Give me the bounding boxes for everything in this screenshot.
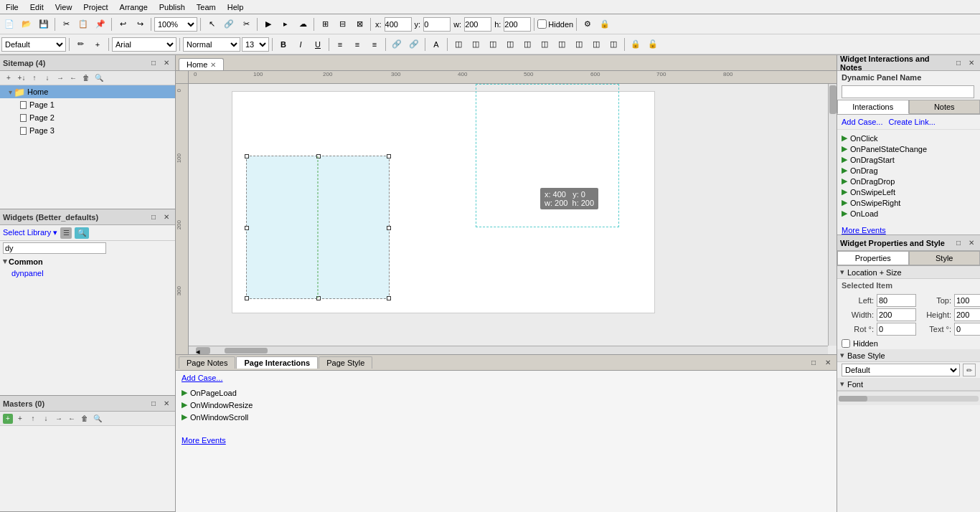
masters-indent-btn[interactable]: → [53, 413, 65, 425]
menu-project[interactable]: Project [77, 1, 113, 13]
interactions-maximize-btn[interactable]: □ [953, 57, 964, 69]
props-maximize-btn[interactable]: □ [953, 237, 964, 249]
event-onswipeleft[interactable]: ▶ OnSwipeLeft [842, 186, 976, 197]
zoom-select[interactable]: 100% 50%75%150%200% [154, 17, 197, 32]
select-library-btn[interactable]: Select Library ▾ [3, 228, 57, 237]
event-ondragstart[interactable]: ▶ OnDragStart [842, 154, 976, 165]
canvas-hscroll-arrow-left[interactable]: ◂ [196, 347, 210, 354]
sitemap-add-child-btn[interactable]: +↓ [16, 72, 27, 84]
add-case-link[interactable]: Add Case... [842, 118, 882, 126]
canvas-vscroll-thumb[interactable] [829, 85, 837, 114]
sitemap-close-btn[interactable]: ✕ [161, 57, 172, 69]
style-edit-btn[interactable]: ✏ [72, 37, 88, 52]
align2-btn[interactable]: ◫ [468, 37, 484, 52]
link-btn[interactable]: 🔗 [389, 37, 405, 52]
masters-search-btn[interactable]: 🔍 [92, 413, 103, 425]
widget-style-select[interactable]: Default [1, 37, 66, 52]
font-style-select[interactable]: Normal BoldItalicBold Italic [183, 37, 240, 52]
event-ondragdrop[interactable]: ▶ OnDragDrop [842, 176, 976, 186]
share-btn[interactable]: ☁ [295, 16, 311, 32]
copy-btn[interactable]: 📋 [75, 16, 91, 32]
align5-btn[interactable]: ◫ [519, 37, 535, 52]
event-onswiperight[interactable]: ▶ OnSwipeRight [842, 197, 976, 208]
align-center-btn[interactable]: ≡ [349, 37, 365, 52]
sitemap-up-btn[interactable]: ↑ [29, 72, 40, 84]
hidden-checkbox[interactable] [537, 19, 547, 29]
bold-btn[interactable]: B [275, 37, 291, 52]
align-left-btn[interactable]: ≡ [332, 37, 348, 52]
snap-btn[interactable]: ⊞ [317, 16, 333, 32]
masters-add2-btn[interactable]: + [14, 413, 26, 425]
home-expand-icon[interactable]: ▾ [9, 88, 12, 96]
sitemap-delete-btn[interactable]: 🗑 [80, 72, 92, 84]
align-right-btn[interactable]: ≡ [367, 37, 382, 52]
base-style-section[interactable]: ▾ Base Style [837, 349, 980, 362]
widgets-close-btn[interactable]: ✕ [161, 212, 172, 223]
handle-bl[interactable] [245, 296, 249, 300]
canvas-vscroll[interactable] [828, 84, 837, 346]
mode-select-btn[interactable]: ↖ [204, 16, 220, 32]
hidden-prop-checkbox[interactable] [842, 339, 850, 348]
handle-br[interactable] [387, 296, 391, 300]
props-tab-style[interactable]: Style [909, 251, 981, 265]
bottom-panel-close-btn[interactable]: ✕ [822, 357, 834, 369]
common-section-header[interactable]: ▾ Common [0, 255, 175, 267]
sitemap-add-btn[interactable]: + [3, 72, 14, 84]
sitemap-page1[interactable]: Page 1 [0, 98, 175, 111]
sitemap-page3[interactable]: Page 3 [0, 124, 175, 137]
lock2-btn[interactable]: 🔒 [628, 37, 644, 52]
dynpanel-widget[interactable] [246, 156, 390, 299]
bottom-event-0[interactable]: ▶ OnPageLoad [182, 387, 831, 399]
sitemap-down-btn[interactable]: ↓ [42, 72, 53, 84]
bottom-tab-interactions[interactable]: Page Interactions [236, 356, 318, 369]
text-input[interactable] [954, 323, 980, 336]
tab-notes[interactable]: Notes [909, 100, 981, 114]
font-size-select[interactable]: 13 8101214 [242, 37, 269, 52]
w-input[interactable] [464, 17, 491, 32]
align8-btn[interactable]: ◫ [571, 37, 587, 52]
props-scrollbar[interactable] [837, 391, 980, 405]
open-btn[interactable]: 📂 [19, 16, 34, 32]
bottom-event-1[interactable]: ▶ OnWindowResize [182, 399, 831, 411]
create-link-link[interactable]: Create Link... [888, 118, 935, 126]
masters-outdent-btn[interactable]: ← [66, 413, 77, 425]
bottom-tab-style[interactable]: Page Style [319, 356, 372, 369]
bottom-panel-maximize-btn[interactable]: □ [808, 357, 819, 369]
props-hscroll[interactable] [839, 396, 979, 402]
canvas-hscroll-thumb[interactable] [225, 348, 268, 354]
masters-delete-btn[interactable]: 🗑 [79, 413, 90, 425]
base-style-edit-btn[interactable]: ✏ [963, 364, 976, 376]
menu-help[interactable]: Help [222, 1, 250, 13]
mode-crop-btn[interactable]: ✂ [238, 16, 254, 32]
event-onpanelstatechange[interactable]: ▶ OnPanelStateChange [842, 143, 976, 154]
sitemap-indent-btn[interactable]: → [55, 72, 66, 84]
h-input[interactable] [504, 17, 531, 32]
left-input[interactable] [877, 294, 916, 307]
masters-maximize-btn[interactable]: □ [148, 398, 159, 409]
base-style-select[interactable]: Default [842, 364, 960, 376]
lock-btn[interactable]: 🔒 [597, 16, 613, 32]
grid-btn[interactable]: ⊟ [334, 16, 350, 32]
menu-edit[interactable]: Edit [24, 1, 50, 13]
handle-mr[interactable] [387, 226, 391, 230]
props-close-btn[interactable]: ✕ [966, 237, 977, 249]
props-hscroll-thumb[interactable] [839, 396, 867, 402]
widget-search-input[interactable] [3, 242, 106, 254]
preview-opts-btn[interactable]: ▸ [278, 16, 293, 32]
align6-btn[interactable]: ◫ [537, 37, 552, 52]
props-tab-properties[interactable]: Properties [837, 251, 909, 265]
event-ondrag[interactable]: ▶ OnDrag [842, 165, 976, 176]
canvas-container[interactable]: 0 100 200 300 400 500 600 700 800 0 [176, 71, 837, 354]
sitemap-outdent-btn[interactable]: ← [67, 72, 79, 84]
masters-up-btn[interactable]: ↑ [27, 413, 39, 425]
right-more-events[interactable]: More Events [837, 226, 980, 234]
preview-btn[interactable]: ▶ [260, 16, 276, 32]
underline-btn[interactable]: U [310, 37, 326, 52]
height-input[interactable] [954, 308, 980, 321]
top-input[interactable] [954, 294, 980, 307]
align1-btn[interactable]: ◫ [451, 37, 466, 52]
dyn-panel-name-input[interactable] [842, 85, 974, 98]
align4-btn[interactable]: ◫ [502, 37, 518, 52]
menu-team[interactable]: Team [191, 1, 222, 13]
canvas-work-area[interactable]: x: 400 y: 0w: 200 h: 200 [189, 84, 837, 354]
